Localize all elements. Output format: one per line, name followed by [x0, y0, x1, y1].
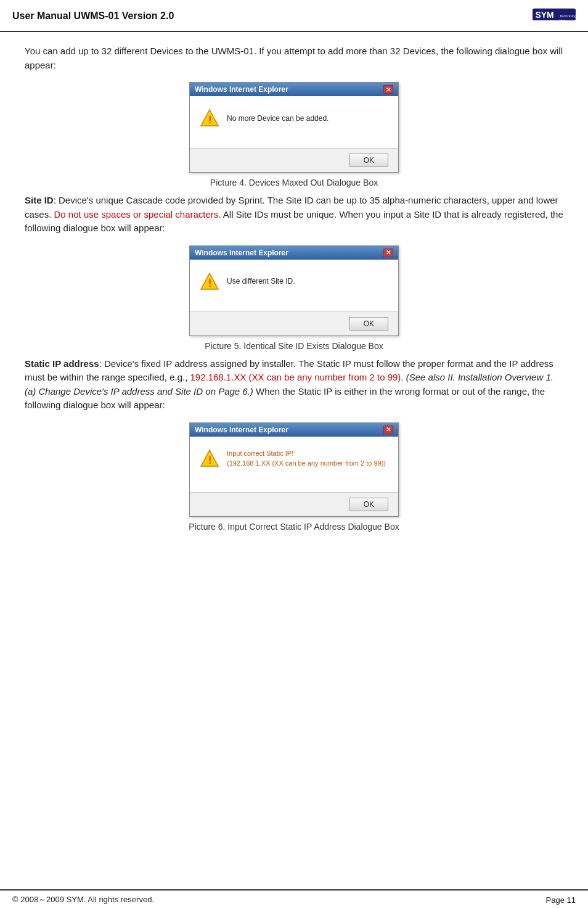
dialog3-body: ! Input correct Static IP! (192.168.1.XX…: [190, 437, 398, 492]
page-footer: © 2008～2009 SYM. All rights reserved. Pa…: [0, 889, 588, 909]
footer-page: Page 11: [546, 895, 576, 905]
dialog3-message-line2: (192.168.1.XX (XX can be any number from…: [227, 459, 386, 468]
dialog1-footer: OK: [190, 148, 398, 172]
svg-text:Inc.: Inc.: [560, 18, 566, 22]
dialog2-box: Windows Internet Explorer ✕ ! Use differ…: [189, 245, 399, 336]
dialog2-body: ! Use different Site ID.: [190, 260, 398, 311]
dialog2-container: Windows Internet Explorer ✕ ! Use differ…: [25, 245, 563, 351]
footer-copyright: © 2008～2009 SYM. All rights reserved.: [12, 894, 154, 905]
svg-text:!: !: [208, 455, 211, 466]
dialog2-message: Use different Site ID.: [227, 276, 295, 287]
dialog1-ok-button[interactable]: OK: [349, 154, 388, 167]
dialog2-message-row: ! Use different Site ID.: [200, 272, 295, 292]
dialog1-container: Windows Internet Explorer ✕ ! No more De…: [25, 82, 563, 187]
static-ip-label: Static IP address: [25, 358, 99, 369]
para-site-id: Site ID: Device's unique Cascade code pr…: [25, 194, 563, 236]
dialog3-message: Input correct Static IP! (192.168.1.XX (…: [227, 449, 386, 468]
sym-logo: SYM Technology, Inc.: [533, 6, 576, 26]
site-id-label: Site ID: [25, 195, 54, 205]
dialog1-close-button[interactable]: ✕: [383, 85, 393, 94]
dialog3-ok-button[interactable]: OK: [349, 498, 388, 511]
para-devices-max: You can add up to 32 different Devices t…: [25, 44, 563, 72]
dialog2-close-button[interactable]: ✕: [383, 249, 393, 257]
dialog3-close-button[interactable]: ✕: [383, 426, 393, 434]
dialog2-footer: OK: [190, 311, 398, 335]
dialog3-message-line1: Input correct Static IP!: [227, 449, 386, 458]
warning-icon-2: !: [200, 272, 219, 292]
para-static-ip: Static IP address: Device's fixed IP add…: [25, 357, 563, 413]
dialog3-container: Windows Internet Explorer ✕ ! Input corr…: [25, 422, 563, 532]
pic5-caption: Picture 5. Identical Site ID Exists Dial…: [205, 341, 383, 351]
dialog2-title: Windows Internet Explorer: [195, 249, 288, 257]
pic4-caption: Picture 4. Devices Maxed Out Dialogue Bo…: [210, 178, 378, 187]
dialog1-title: Windows Internet Explorer: [195, 85, 288, 94]
pic6-caption: Picture 6. Input Correct Static IP Addre…: [189, 522, 399, 532]
dialog3-message-row: ! Input correct Static IP! (192.168.1.XX…: [200, 449, 386, 469]
warning-icon-1: !: [200, 109, 219, 128]
dialog3-footer: OK: [190, 492, 398, 516]
dialog3-box: Windows Internet Explorer ✕ ! Input corr…: [189, 422, 399, 517]
svg-text:!: !: [208, 278, 211, 289]
page-wrapper: User Manual UWMS-01 Version 2.0 SYM Tech…: [0, 0, 588, 909]
dialog3-titlebar: Windows Internet Explorer ✕: [190, 423, 398, 437]
page-header: User Manual UWMS-01 Version 2.0 SYM Tech…: [0, 0, 588, 32]
dialog1-message: No more Device can be added.: [227, 113, 329, 124]
dialog2-titlebar: Windows Internet Explorer ✕: [190, 246, 398, 260]
page-title: User Manual UWMS-01 Version 2.0: [12, 10, 174, 22]
site-id-red-text: Do not use spaces or special characters.: [54, 209, 221, 220]
svg-text:SYM: SYM: [535, 10, 553, 20]
dialog1-titlebar: Windows Internet Explorer ✕: [190, 83, 398, 96]
dialog1-message-row: ! No more Device can be added.: [200, 109, 329, 128]
dialog1-box: Windows Internet Explorer ✕ ! No more De…: [189, 82, 399, 173]
warning-icon-3: !: [200, 449, 219, 469]
page-content: You can add up to 32 different Devices t…: [0, 32, 588, 889]
svg-text:!: !: [208, 115, 211, 125]
svg-text:Technology,: Technology,: [560, 14, 576, 18]
logo-area: SYM Technology, Inc.: [526, 5, 576, 27]
static-ip-red-text: 192.168.1.XX (XX can be any number from …: [190, 372, 403, 382]
dialog2-ok-button[interactable]: OK: [349, 317, 388, 331]
dialog1-body: ! No more Device can be added.: [190, 96, 398, 148]
dialog3-title: Windows Internet Explorer: [195, 426, 288, 434]
